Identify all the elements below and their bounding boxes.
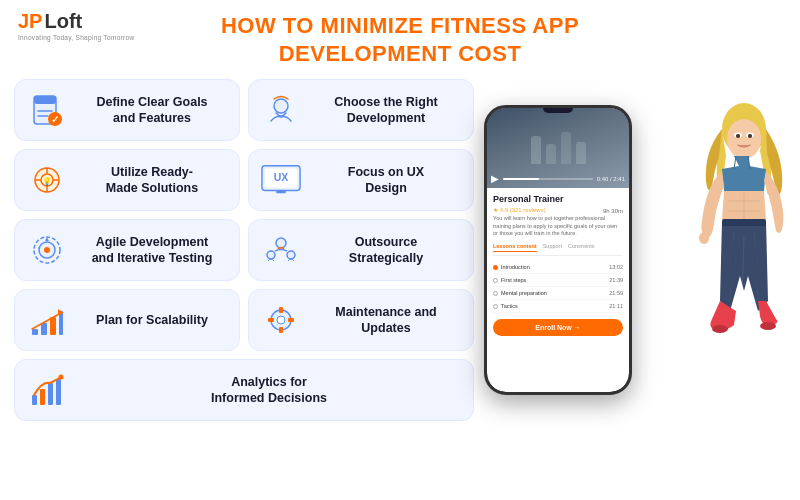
lesson-name-3: Mental preparation bbox=[501, 290, 547, 296]
phone-video: ▶ 0:40 / 2:41 bbox=[487, 108, 629, 188]
svg-point-55 bbox=[760, 322, 776, 330]
define-goals-label: Define Clear Goalsand Features bbox=[77, 94, 227, 127]
svg-point-20 bbox=[44, 247, 50, 253]
lesson-row-3: Mental preparation 21:59 bbox=[493, 287, 623, 300]
lesson-time-3: 21:59 bbox=[609, 290, 623, 296]
phone-rating: ★ 4.9 (321 reviews) bbox=[493, 206, 546, 213]
svg-point-22 bbox=[267, 251, 275, 259]
lesson-dot-1 bbox=[493, 265, 498, 270]
lesson-circle-3 bbox=[493, 291, 498, 296]
video-controls: ▶ 0:40 / 2:41 bbox=[491, 173, 625, 184]
phone-tabs: Lessons content Support Comments bbox=[493, 243, 623, 256]
maintenance-label: Maintenance andUpdates bbox=[311, 304, 461, 337]
phone-notch bbox=[543, 108, 573, 113]
svg-rect-1 bbox=[34, 96, 56, 104]
card-ready-made: 💡 Utilize Ready-Made Solutions bbox=[14, 149, 240, 211]
choose-dev-label: Choose the RightDevelopment bbox=[311, 94, 461, 127]
outsource-icon bbox=[261, 230, 301, 270]
analytics-icon bbox=[27, 370, 67, 410]
phone-area: ▶ 0:40 / 2:41 Personal Trainer ★ 4.9 (32… bbox=[484, 79, 786, 421]
ux-design-icon: UX bbox=[261, 160, 301, 200]
svg-point-46 bbox=[748, 134, 752, 138]
agile-icon bbox=[27, 230, 67, 270]
phone-screen: ▶ 0:40 / 2:41 Personal Trainer ★ 4.9 (32… bbox=[487, 108, 629, 392]
card-define-goals: ✓ Define Clear Goalsand Features bbox=[14, 79, 240, 141]
phone-content: Personal Trainer ★ 4.9 (321 reviews) 9h … bbox=[487, 188, 629, 392]
lesson-name-4: Tactics bbox=[501, 303, 518, 309]
phone-description: You will learn how to put together profe… bbox=[493, 215, 623, 238]
woman-figure bbox=[684, 101, 794, 421]
tab-comments[interactable]: Comments bbox=[568, 243, 595, 252]
svg-rect-25 bbox=[41, 323, 47, 335]
logo-tagline: Innovating Today, Shaping Tomorrow bbox=[18, 34, 134, 41]
card-outsource: OutsourceStrategically bbox=[248, 219, 474, 281]
analytics-label: Analytics forInformed Decisions bbox=[77, 374, 461, 407]
video-time: 0:40 / 2:41 bbox=[597, 176, 625, 182]
maintenance-icon bbox=[261, 300, 301, 340]
content-area: ✓ Define Clear Goalsand Features Choose … bbox=[0, 79, 800, 421]
svg-rect-34 bbox=[268, 318, 274, 322]
svg-rect-39 bbox=[56, 379, 61, 405]
svg-text:UX: UX bbox=[274, 172, 289, 183]
choose-dev-icon bbox=[261, 90, 301, 130]
cards-grid: ✓ Define Clear Goalsand Features Choose … bbox=[14, 79, 474, 421]
duration: 9h 30m bbox=[603, 208, 623, 214]
svg-text:✓: ✓ bbox=[51, 114, 59, 125]
lesson-time-4: 21:11 bbox=[609, 303, 623, 309]
svg-point-31 bbox=[277, 316, 285, 324]
card-maintenance: Maintenance andUpdates bbox=[248, 289, 474, 351]
svg-point-40 bbox=[59, 375, 64, 380]
tab-lessons[interactable]: Lessons content bbox=[493, 243, 537, 252]
svg-text:💡: 💡 bbox=[42, 176, 52, 186]
logo-jp: JP bbox=[18, 10, 42, 33]
define-goals-icon: ✓ bbox=[27, 90, 67, 130]
ux-design-label: Focus on UXDesign bbox=[311, 164, 461, 197]
lesson-row-1: Introduction 13:02 bbox=[493, 261, 623, 274]
svg-rect-24 bbox=[32, 329, 38, 335]
svg-point-21 bbox=[276, 238, 286, 248]
lesson-row-4: Tactics 21:11 bbox=[493, 300, 623, 313]
svg-rect-37 bbox=[40, 389, 45, 405]
svg-point-53 bbox=[699, 232, 709, 244]
outsource-label: OutsourceStrategically bbox=[311, 234, 461, 267]
svg-rect-36 bbox=[32, 395, 37, 405]
lesson-circle-2 bbox=[493, 278, 498, 283]
card-analytics: Analytics forInformed Decisions bbox=[14, 359, 474, 421]
card-scalability: Plan for Scalability bbox=[14, 289, 240, 351]
ready-made-icon: 💡 bbox=[27, 160, 67, 200]
progress-fill bbox=[503, 178, 539, 180]
svg-point-54 bbox=[712, 325, 728, 333]
tab-support[interactable]: Support bbox=[543, 243, 562, 252]
scalability-icon bbox=[27, 300, 67, 340]
scalability-label: Plan for Scalability bbox=[77, 312, 227, 328]
enroll-button[interactable]: Enroll Now → bbox=[493, 319, 623, 336]
svg-rect-56 bbox=[722, 219, 766, 226]
svg-rect-35 bbox=[288, 318, 294, 322]
card-ux-design: UX Focus on UXDesign bbox=[248, 149, 474, 211]
agile-label: Agile Developmentand Iterative Testing bbox=[77, 234, 227, 267]
svg-point-42 bbox=[727, 119, 761, 159]
svg-rect-17 bbox=[276, 190, 286, 193]
svg-point-6 bbox=[274, 99, 288, 113]
svg-rect-26 bbox=[50, 317, 56, 335]
phone-mockup: ▶ 0:40 / 2:41 Personal Trainer ★ 4.9 (32… bbox=[484, 105, 632, 395]
lesson-time-1: 13:02 bbox=[609, 264, 623, 270]
card-choose-development: Choose the RightDevelopment bbox=[248, 79, 474, 141]
svg-rect-32 bbox=[279, 307, 283, 313]
svg-rect-38 bbox=[48, 383, 53, 405]
play-icon: ▶ bbox=[491, 173, 499, 184]
lesson-row-2: First steps 21:39 bbox=[493, 274, 623, 287]
lesson-time-2: 21:39 bbox=[609, 277, 623, 283]
logo-loft: Loft bbox=[44, 10, 82, 33]
ready-made-label: Utilize Ready-Made Solutions bbox=[77, 164, 227, 197]
svg-point-23 bbox=[287, 251, 295, 259]
svg-point-45 bbox=[736, 134, 740, 138]
lesson-name-1: Introduction bbox=[501, 264, 530, 270]
progress-bar bbox=[503, 178, 593, 180]
lesson-circle-4 bbox=[493, 304, 498, 309]
card-agile: Agile Developmentand Iterative Testing bbox=[14, 219, 240, 281]
lesson-name-2: First steps bbox=[501, 277, 526, 283]
trainer-title: Personal Trainer bbox=[493, 194, 623, 204]
logo: JP Loft Innovating Today, Shaping Tomorr… bbox=[18, 10, 134, 41]
svg-rect-33 bbox=[279, 327, 283, 333]
